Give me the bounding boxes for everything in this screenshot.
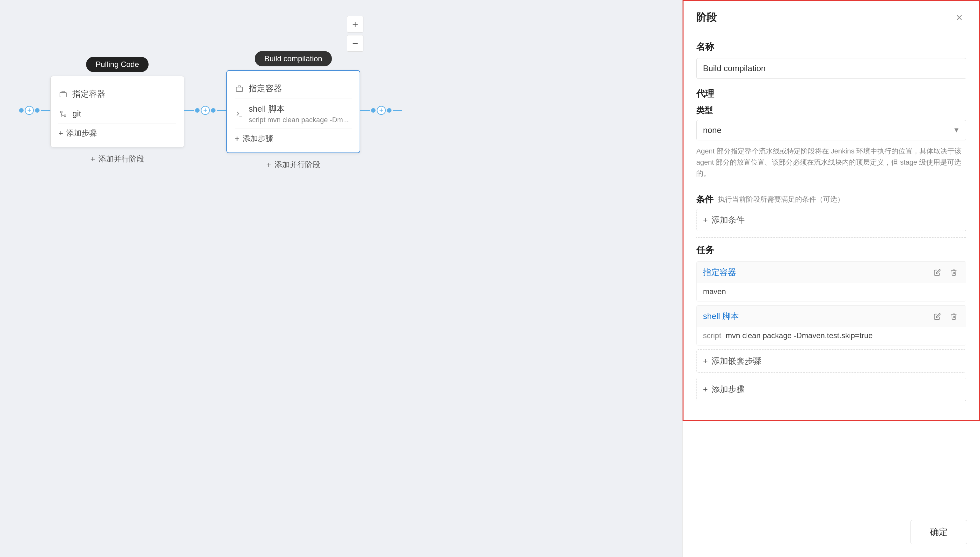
conditions-label: 条件 [696,194,714,205]
type-select-wrapper: none ▼ [696,120,966,140]
task-2-key: script [703,331,721,340]
stage1-add-step-button[interactable]: + 添加步骤 [58,124,176,139]
svg-point-2 [60,111,62,113]
stage1-row-container: 指定容器 [58,84,176,104]
right-dot-1 [371,108,376,112]
connector-line-1 [41,110,50,111]
stage2-label[interactable]: Build compilation [255,51,331,66]
stage2-container-label: 指定容器 [249,83,282,94]
panel-title: 阶段 [696,11,717,24]
add-stage-middle-button[interactable]: + [201,106,210,115]
name-input[interactable] [696,58,966,79]
type-select[interactable]: none [696,120,966,140]
stage2-container-icon [235,84,244,93]
connector-dot-2 [35,108,39,112]
stage2-shell-icon [235,109,244,119]
task-1-value: maven [703,287,726,296]
task-1-body: maven [696,283,966,301]
mid-dot-2 [211,108,216,112]
tasks-label: 任务 [696,244,966,256]
mid-dot-1 [195,108,200,112]
stage1-card: 指定容器 git + 添加步骤 [50,76,184,147]
add-condition-label: 添加条件 [712,214,745,226]
middle-connector: + [184,106,226,115]
add-step-panel-button[interactable]: + 添加步骤 [696,378,966,401]
task-1: 指定容器 [696,261,966,301]
stage1-git-label: git [72,109,81,119]
task-2-value: mvn clean package -Dmaven.test.skip=true [725,331,873,340]
stage1-add-parallel-button[interactable]: + 添加并行阶段 [90,154,144,164]
task-2-actions [931,311,960,322]
add-nested-step-button[interactable]: + 添加嵌套步骤 [696,349,966,373]
zoom-in-button[interactable]: + [347,16,363,33]
mid-line-1 [184,110,194,111]
task-2-edit-button[interactable] [931,311,943,322]
divider-1 [696,187,966,187]
right-panel: 阶段 名称 代理 类型 none ▼ Agent 部分指定整个流水线或特定阶 [682,0,980,557]
stage-build-compilation: Build compilation 指定容器 [226,51,360,170]
stage2-shell-label: shell 脚本 [249,103,349,114]
add-nested-icon: + [703,356,708,366]
mid-line-2 [217,110,226,111]
task-1-header: 指定容器 [696,262,966,283]
container-icon [58,89,68,99]
panel-body: 名称 代理 类型 none ▼ Agent 部分指定整个流水线或特定阶段将在 J… [683,31,979,420]
task-1-delete-button[interactable] [948,267,960,278]
panel-border: 阶段 名称 代理 类型 none ▼ Agent 部分指定整个流水线或特定阶 [683,0,980,421]
panel-header: 阶段 [683,1,979,31]
proxy-hint-text: Agent 部分指定整个流水线或特定阶段将在 Jenkins 环境中执行的位置，… [696,145,966,179]
right-line-2 [393,110,402,111]
svg-rect-0 [60,93,66,97]
add-step-panel-icon: + [703,384,708,394]
right-line-1 [360,110,370,111]
conditions-hint: 执行当前阶段所需要满足的条件（可选） [718,195,844,204]
task-2-body: script mvn clean package -Dmaven.test.sk… [696,327,966,345]
svg-point-1 [64,115,66,117]
git-icon [58,109,68,119]
add-condition-icon: + [703,215,708,225]
stage2-add-step-button[interactable]: + 添加步骤 [235,129,352,145]
connector-dot [19,108,24,112]
conditions-row: 条件 执行当前阶段所需要满足的条件（可选） [696,194,966,205]
task-2-delete-button[interactable] [948,311,960,322]
stage1-label[interactable]: Pulling Code [86,57,149,72]
task-2: shell 脚本 [696,305,966,345]
stage2-card: 指定容器 shell 脚本 script mvn clean package -… [226,70,360,153]
task-2-header: shell 脚本 [696,306,966,327]
task-1-actions [931,267,960,278]
left-connector: + [19,106,50,115]
proxy-section-label: 代理 [696,88,966,100]
confirm-button[interactable]: 确定 [910,520,967,544]
task-2-title[interactable]: shell 脚本 [703,311,739,322]
task-1-title[interactable]: 指定容器 [703,267,736,278]
task-2-detail: script mvn clean package -Dmaven.test.sk… [703,331,960,340]
right-connector: + [360,106,402,115]
zoom-controls: + − [347,16,363,52]
add-stage-after-button[interactable]: + [377,106,386,115]
stage1-container-label: 指定容器 [72,88,105,99]
type-label: 类型 [696,105,966,116]
stage2-row-shell: shell 脚本 script mvn clean package -Dm... [235,99,352,129]
add-condition-button[interactable]: + 添加条件 [696,209,966,231]
task-1-edit-button[interactable] [931,267,943,278]
svg-rect-3 [236,87,243,91]
divider-2 [696,237,966,238]
pipeline-canvas: + − + Pulling Code 指定容 [0,0,682,557]
right-dot-2 [387,108,391,112]
stage2-shell-info: shell 脚本 script mvn clean package -Dm... [249,103,349,124]
name-section-label: 名称 [696,41,966,53]
panel-close-button[interactable] [952,11,966,24]
zoom-out-button[interactable]: − [347,35,363,52]
pipeline-stages: + Pulling Code 指定容器 [19,51,402,170]
add-stage-before-button[interactable]: + [25,106,34,115]
stage-pulling-code: Pulling Code 指定容器 [50,57,184,164]
stage2-row-container: 指定容器 [235,78,352,99]
stage2-shell-sub: script mvn clean package -Dm... [249,116,349,124]
add-step-panel-label: 添加步骤 [712,384,745,395]
add-nested-label: 添加嵌套步骤 [712,355,761,366]
stage1-row-git: git [58,104,176,124]
stage2-add-parallel-button[interactable]: + 添加并行阶段 [266,160,320,170]
task-1-detail: maven [703,287,960,296]
